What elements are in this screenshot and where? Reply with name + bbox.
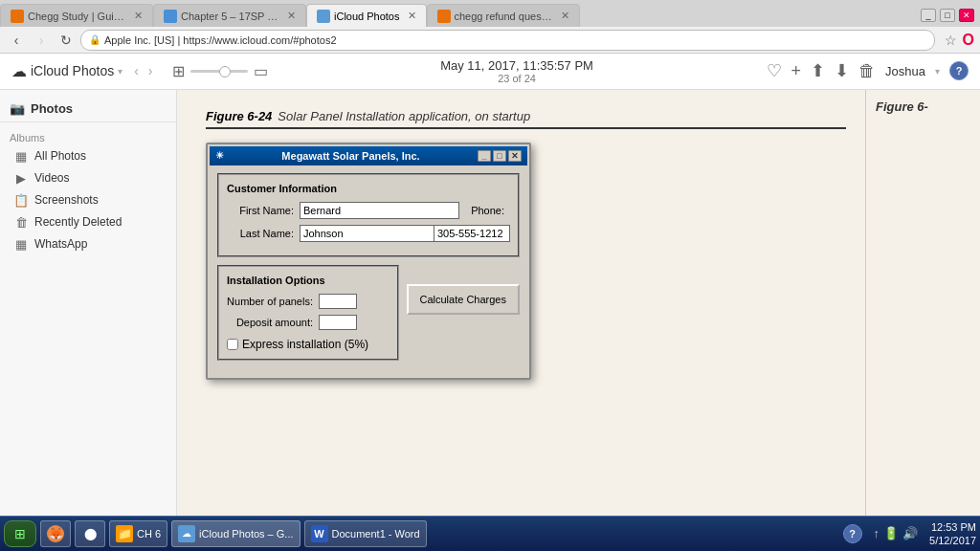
view-controls: ⊞ ▭ (172, 62, 268, 80)
sidebar-item-whatsapp[interactable]: ▦ WhatsApp (4, 233, 172, 255)
book-main-page: Figure 6-24 Solar Panel Installation app… (177, 90, 865, 516)
tab-close-2[interactable]: ✕ (287, 10, 296, 22)
phone-input[interactable] (434, 225, 510, 242)
folder-icon: 📁 (116, 525, 133, 542)
share-button[interactable]: ⬆ (811, 60, 825, 81)
phone-label: Phone: (471, 205, 504, 216)
tab-favicon-1 (11, 10, 24, 23)
download-button[interactable]: ⬇ (835, 60, 849, 81)
forward-button[interactable]: › (31, 30, 52, 51)
user-menu-button[interactable]: Joshua (885, 64, 925, 78)
sidebar-item-label-whatsapp: WhatsApp (34, 237, 87, 251)
calculate-button[interactable]: Calculate Charges (407, 284, 521, 315)
app-title-text: Megawatt Solar Panels, Inc. (281, 150, 419, 162)
taskbar-btn-word[interactable]: W Document1 - Word (304, 520, 427, 547)
icloud-app-name: iCloud Photos (31, 63, 114, 78)
installation-title: Installation Options (227, 275, 390, 286)
tab-chegg-study[interactable]: Chegg Study | Guided S... ✕ (0, 4, 153, 27)
start-button[interactable]: ⊞ (4, 520, 36, 547)
icloud-taskbar-icon: ☁ (178, 525, 195, 542)
close-button[interactable]: ✕ (959, 9, 974, 22)
num-panels-row: Number of panels: (227, 294, 390, 309)
sidebar-item-screenshots[interactable]: 📋 Screenshots (4, 189, 172, 211)
tab-close-1[interactable]: ✕ (134, 10, 143, 22)
last-name-input[interactable] (300, 225, 440, 242)
sidebar: 📷 Photos Albums ▦ All Photos ▶ Videos 📋 … (0, 90, 177, 516)
tab-favicon-4 (437, 10, 451, 23)
figure-title: Solar Panel Installation application, on… (278, 109, 530, 123)
help-button[interactable]: ? (949, 61, 969, 80)
lock-icon: 🔒 (89, 34, 100, 45)
right-figure-label: Figure 6- (876, 99, 970, 114)
first-name-row: First Name: Phone: (227, 202, 510, 219)
refresh-button[interactable]: ↻ (56, 30, 77, 51)
icloud-nav-arrows: ‹ › (130, 61, 156, 80)
tab-close-4[interactable]: ✕ (561, 10, 569, 22)
figure-caption: Figure 6-24 (206, 109, 272, 123)
taskbar-btn-firefox[interactable]: 🦊 (40, 520, 71, 547)
taskbar-btn-chrome[interactable]: ⬤ (75, 520, 105, 547)
tab-close-3[interactable]: ✕ (408, 10, 416, 22)
customer-info-title: Customer Information (227, 183, 510, 194)
windows-icon: ⊞ (14, 526, 26, 541)
app-close-btn[interactable]: ✕ (508, 150, 522, 162)
volume-icon: 🔊 (902, 526, 918, 540)
num-panels-input[interactable] (319, 294, 357, 309)
firefox-icon: 🦊 (47, 525, 64, 542)
num-panels-label: Number of panels: (227, 296, 313, 307)
taskbar-clock: 12:53 PM 5/12/2017 (929, 520, 976, 548)
express-checkbox[interactable] (227, 339, 238, 350)
last-name-row: Last Name: Phone: (227, 225, 510, 242)
opera-icon[interactable]: O (963, 32, 974, 49)
sidebar-item-label-videos: Videos (34, 171, 69, 185)
user-dropdown-icon[interactable]: ▾ (935, 66, 940, 77)
book-wrapper: Figure 6-24 Solar Panel Installation app… (177, 90, 980, 516)
sidebar-item-videos[interactable]: ▶ Videos (4, 167, 172, 189)
first-name-input[interactable] (300, 202, 459, 219)
add-button[interactable]: + (791, 61, 802, 81)
main-layout: 📷 Photos Albums ▦ All Photos ▶ Videos 📋 … (0, 90, 980, 516)
icloud-dropdown-icon[interactable]: ▾ (118, 66, 122, 77)
favorite-button[interactable]: ♡ (767, 60, 782, 81)
back-button[interactable]: ‹ (6, 30, 27, 51)
book-right-page: Figure 6- (865, 90, 980, 516)
sidebar-item-all-photos[interactable]: ▦ All Photos (4, 145, 172, 167)
icloud-logo-area: ☁ iCloud Photos ▾ (11, 62, 122, 80)
figure-caption-row: Figure 6-24 Solar Panel Installation app… (206, 109, 846, 129)
customer-info-section: Customer Information First Name: Phone: … (217, 173, 520, 257)
delete-button[interactable]: 🗑 (858, 61, 876, 81)
tab-chegg-refund[interactable]: chegg refund questions ✕ (427, 4, 580, 27)
taskbar: ⊞ 🦊 ⬤ 📁 CH 6 ☁ iCloud Photos – G... W Do… (0, 516, 980, 551)
tab-label-4: chegg refund questions (455, 11, 553, 22)
tab-chapter5[interactable]: Chapter 5 – 17SP CIT-16... ✕ (153, 4, 306, 27)
taskbar-btn-ch6[interactable]: 📁 CH 6 (109, 520, 167, 547)
sidebar-item-recently-deleted[interactable]: 🗑 Recently Deleted (4, 211, 172, 233)
header-count: 23 of 24 (276, 73, 759, 84)
icloud-back-button[interactable]: ‹ (130, 61, 143, 80)
icloud-forward-button[interactable]: › (145, 61, 157, 80)
zoom-slider[interactable] (190, 70, 248, 73)
app-maximize-btn[interactable]: □ (493, 150, 506, 162)
taskbar-help-button[interactable]: ? (843, 524, 862, 543)
taskbar-right: ? ↑ 🔋 🔊 12:53 PM 5/12/2017 (843, 520, 976, 548)
app-minimize-btn[interactable]: _ (478, 150, 491, 162)
window-controls: _ □ ✕ (915, 4, 980, 27)
sidebar-photos-label: Photos (31, 101, 73, 116)
bookmark-star-icon[interactable]: ☆ (945, 33, 957, 48)
app-title-bar: ☀ Megawatt Solar Panels, Inc. _ □ ✕ (210, 146, 527, 165)
taskbar-date-value: 5/12/2017 (929, 534, 976, 547)
express-checkbox-row: Express installation (5%) (227, 338, 390, 351)
deposit-input[interactable] (319, 315, 357, 330)
whatsapp-icon: ▦ (13, 237, 29, 252)
address-bar[interactable]: 🔒 Apple Inc. [US] | https://www.icloud.c… (80, 30, 935, 51)
icloud-cloud-icon: ☁ (11, 62, 27, 80)
grid-view-button[interactable]: ⊞ (172, 62, 185, 80)
sidebar-item-label-all-photos: All Photos (34, 149, 86, 163)
minimize-button[interactable]: _ (921, 9, 936, 22)
tab-icloud[interactable]: iCloud Photos ✕ (306, 4, 427, 27)
fullscreen-view-button[interactable]: ▭ (254, 62, 268, 80)
taskbar-btn-icloud[interactable]: ☁ iCloud Photos – G... (171, 520, 300, 547)
app-window: ☀ Megawatt Solar Panels, Inc. _ □ ✕ (206, 143, 531, 380)
maximize-button[interactable]: □ (940, 9, 955, 22)
taskbar-icloud-label: iCloud Photos – G... (199, 528, 293, 540)
